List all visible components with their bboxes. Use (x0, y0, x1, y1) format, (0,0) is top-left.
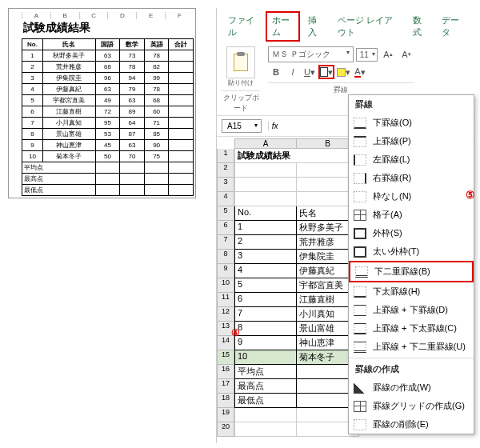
bright-icon (354, 173, 366, 184)
border-dropdown[interactable]: ▾ (318, 65, 334, 79)
border-menu-item[interactable]: 左罫線(L) (349, 150, 474, 169)
row-header[interactable]: 3 (217, 178, 234, 192)
border-menu-item[interactable]: 罫線の削除(E) (349, 415, 474, 434)
btdbl-icon (354, 342, 366, 353)
border-menu-section2: 罫線の作成 (349, 360, 474, 378)
row-header[interactable]: 18 (217, 394, 234, 408)
menu-item-label: 上罫線(P) (373, 135, 411, 147)
tab-data[interactable]: データ (435, 11, 470, 42)
clipboard-group: 貼り付け クリップボード (222, 46, 260, 114)
bleft-icon (354, 154, 366, 166)
cell[interactable]: 平均点 (234, 365, 297, 379)
grid4-icon (354, 401, 366, 412)
tab-formulas[interactable]: 数式 (406, 11, 434, 42)
row-header[interactable]: 1 (217, 149, 234, 163)
bold-button[interactable]: B (268, 65, 284, 79)
font-name-select[interactable]: ＭＳ Ｐゴシック (268, 46, 354, 62)
row-header[interactable]: 7 (217, 235, 234, 250)
menu-item-label: 左罫線(L) (373, 154, 410, 166)
row-header[interactable]: 15 (217, 350, 234, 365)
border-menu-item[interactable]: 上罫線(P) (349, 132, 474, 150)
cell[interactable]: 6 (234, 293, 297, 307)
menu-item-label: 下太罫線(H) (373, 286, 420, 298)
border-menu-item[interactable]: 格子(A) (349, 206, 474, 224)
border-menu-item[interactable]: 枠なし(N) (349, 187, 474, 206)
menu-item-label: 罫線グリッドの作成(G) (373, 400, 465, 412)
border-menu-item[interactable]: 右罫線(R) (349, 169, 474, 187)
cell[interactable]: 8 (234, 322, 297, 336)
border-menu-item[interactable]: 下太罫線(H) (349, 282, 474, 301)
cell[interactable]: 1 (234, 221, 297, 235)
menu-item-label: 上罫線 + 下太罫線(C) (373, 322, 457, 334)
cell[interactable]: 9 (234, 336, 297, 350)
border-menu-item[interactable]: 太い外枠(T) (349, 242, 474, 261)
cell[interactable]: 5 (234, 278, 297, 293)
cell[interactable] (234, 422, 297, 437)
cell[interactable]: 3 (234, 250, 297, 264)
cell[interactable]: 2 (234, 235, 297, 250)
row-header[interactable]: 2 (217, 163, 234, 178)
font-group: ＭＳ Ｐゴシック 11 A▴ A▾ B I U▾ ▾ ▾ A▾ 罫線 (268, 46, 414, 95)
bthb-icon (354, 286, 366, 298)
name-box[interactable]: A15 (222, 119, 262, 133)
border-menu-item[interactable]: 下罫線(O) (349, 114, 474, 132)
menu-item-label: 格子(A) (373, 209, 402, 221)
btthb-icon (354, 323, 366, 334)
callout-4: ④ (231, 327, 240, 338)
tab-file[interactable]: ファイル (222, 11, 264, 42)
row-header[interactable]: 11 (217, 293, 234, 307)
border-menu-item[interactable]: 下二重罫線(B) (349, 261, 474, 282)
row-header[interactable]: 17 (217, 379, 234, 394)
menu-item-label: 罫線の作成(W) (373, 382, 431, 394)
border-menu-item[interactable]: 罫線グリッドの作成(G) (349, 397, 474, 415)
btop-icon (354, 136, 366, 147)
menu-item-label: 下罫線(O) (373, 117, 412, 129)
cell[interactable] (234, 192, 297, 206)
row-header[interactable]: 16 (217, 365, 234, 379)
border-menu-item[interactable]: 上罫線 + 下二重罫線(U) (349, 338, 474, 356)
tab-pagelayout[interactable]: ページ レイアウト (331, 11, 405, 42)
border-menu-item[interactable]: 罫線の作成(W) (349, 378, 474, 397)
bbottom-icon (354, 118, 366, 129)
decrease-font-icon[interactable]: A▾ (398, 47, 414, 62)
cell[interactable]: 10 (234, 350, 297, 365)
cell[interactable]: 最低点 (234, 394, 297, 408)
row-header[interactable]: 20 (217, 422, 234, 437)
increase-font-icon[interactable]: A▴ (380, 47, 396, 62)
row-header[interactable]: 5 (217, 206, 234, 221)
cell[interactable]: 7 (234, 307, 297, 322)
cell[interactable] (234, 178, 297, 192)
bout-icon (354, 228, 366, 239)
preview-title: 試験成績結果 (10, 19, 194, 38)
border-menu-item[interactable]: 外枠(S) (349, 224, 474, 242)
row-header[interactable]: 12 (217, 307, 234, 322)
tab-insert[interactable]: 挿入 (302, 11, 329, 42)
cell[interactable]: No. (234, 206, 297, 221)
cell[interactable] (234, 163, 297, 178)
cell[interactable]: 試験成績結果 (234, 149, 359, 163)
cell[interactable]: 最高点 (234, 379, 297, 394)
tab-home[interactable]: ホーム (266, 11, 301, 42)
row-header[interactable]: 19 (217, 408, 234, 422)
cell[interactable] (234, 408, 297, 422)
fx-icon[interactable]: fx (265, 122, 278, 130)
border-menu-item[interactable]: 上罫線 + 下罫線(D) (349, 301, 474, 319)
border-menu: 罫線 下罫線(O)上罫線(P)左罫線(L)右罫線(R)枠なし(N)格子(A)外枠… (348, 94, 474, 434)
border-menu-item[interactable]: 上罫線 + 下太罫線(C) (349, 319, 474, 338)
font-color-button[interactable]: A▾ (352, 65, 368, 79)
fill-color-button[interactable]: ▾ (335, 65, 351, 79)
col-header-a[interactable]: A (234, 138, 297, 149)
cell[interactable]: 4 (234, 264, 297, 278)
row-header[interactable]: 9 (217, 264, 234, 278)
menu-item-label: 枠なし(N) (373, 190, 411, 202)
italic-button[interactable]: I (285, 65, 301, 79)
bnone-icon (354, 191, 366, 202)
row-header[interactable]: 10 (217, 278, 234, 293)
paste-button[interactable] (226, 46, 255, 78)
underline-button[interactable]: U▾ (302, 65, 318, 79)
row-header[interactable]: 6 (217, 221, 234, 235)
ribbon-tabs: ファイル ホーム 挿入 ページ レイアウト 数式 データ (217, 8, 475, 42)
font-size-select[interactable]: 11 (356, 48, 378, 62)
row-header[interactable]: 8 (217, 250, 234, 264)
row-header[interactable]: 4 (217, 192, 234, 206)
